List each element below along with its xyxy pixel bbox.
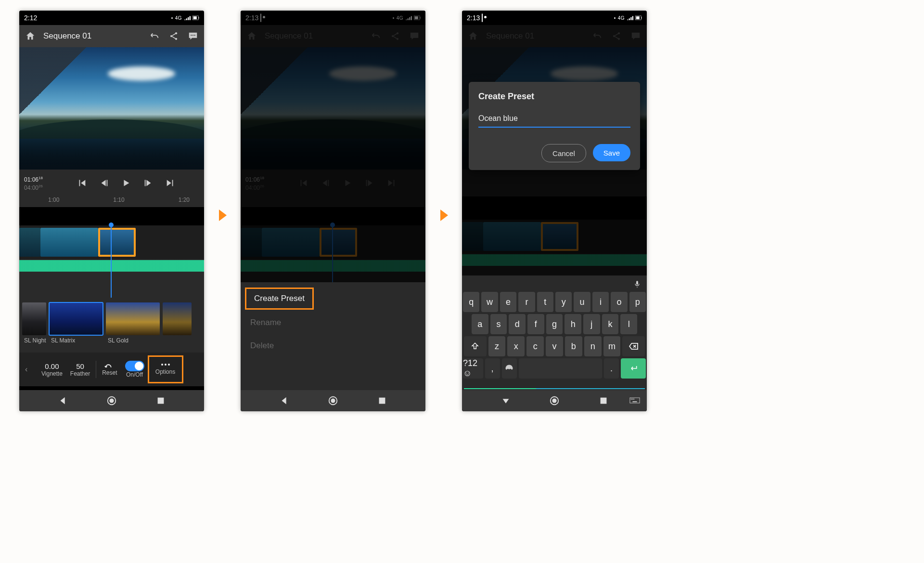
timeline-clip-selected[interactable] xyxy=(98,228,136,257)
audio-track[interactable] xyxy=(19,260,204,272)
key-a[interactable]: a xyxy=(472,314,488,334)
onoff-toggle[interactable]: On/Off xyxy=(121,361,148,378)
reset-button[interactable]: Reset xyxy=(98,363,121,376)
svg-rect-1 xyxy=(193,16,197,19)
backspace-key[interactable] xyxy=(622,336,645,356)
preset-label: SL Gold xyxy=(106,337,160,344)
timeline-clip[interactable] xyxy=(40,228,98,257)
status-network: 4G xyxy=(618,15,625,21)
toggle-switch-icon[interactable] xyxy=(125,361,144,371)
period-key[interactable]: . xyxy=(604,358,619,379)
timeline-ruler[interactable]: 1:00 1:10 1:20 xyxy=(19,196,204,207)
preset-item[interactable]: SL Night xyxy=(22,302,46,353)
emoji-key[interactable] xyxy=(502,358,517,379)
ruler-tick: 1:10 xyxy=(113,196,124,207)
preset-name-input[interactable]: Ocean blue xyxy=(478,112,630,128)
key-u[interactable]: u xyxy=(574,292,590,312)
key-y[interactable]: y xyxy=(555,292,572,312)
comma-key[interactable]: , xyxy=(485,358,500,379)
android-nav-bar xyxy=(241,390,425,411)
nav-home-icon[interactable] xyxy=(328,395,338,406)
key-f[interactable]: f xyxy=(527,314,544,334)
frame-fwd-icon[interactable] xyxy=(143,178,154,188)
preset-label: SL Matrix xyxy=(49,337,103,344)
controls-bar: ‹ 0.00 Vignette 50 Feather Reset On/Off … xyxy=(19,353,204,386)
android-nav-bar xyxy=(19,390,204,411)
share-icon[interactable] xyxy=(167,30,180,42)
key-m[interactable]: m xyxy=(603,336,621,356)
key-d[interactable]: d xyxy=(509,314,526,334)
key-o[interactable]: o xyxy=(611,292,627,312)
preset-item[interactable] xyxy=(163,302,192,353)
flow-arrow-1 xyxy=(219,209,227,221)
symbols-key[interactable]: ?12☺ xyxy=(463,358,483,379)
key-b[interactable]: b xyxy=(565,336,582,356)
feather-control[interactable]: 50 Feather xyxy=(66,362,94,377)
sequence-title: Sequence 01 xyxy=(43,31,141,41)
space-key[interactable] xyxy=(519,358,602,379)
frame-back-icon[interactable] xyxy=(99,178,109,188)
key-v[interactable]: v xyxy=(546,336,563,356)
nav-back-icon[interactable] xyxy=(500,395,511,406)
shift-key[interactable] xyxy=(464,336,487,356)
nav-recent-icon[interactable] xyxy=(598,395,609,406)
screen-1: 2:12 • 4G Sequence 01 xyxy=(19,11,204,411)
chevron-left-icon[interactable]: ‹ xyxy=(22,365,38,374)
screenshot-indicator-icon xyxy=(482,13,483,22)
key-z[interactable]: z xyxy=(488,336,506,356)
key-p[interactable]: p xyxy=(629,292,646,312)
key-g[interactable]: g xyxy=(546,314,563,334)
keyboard-switch-icon[interactable] xyxy=(629,397,640,404)
nav-back-icon[interactable] xyxy=(58,395,68,406)
key-n[interactable]: n xyxy=(584,336,602,356)
create-preset-dialog: Create Preset Ocean blue Cancel Save xyxy=(469,82,640,170)
nav-recent-icon[interactable] xyxy=(155,395,166,406)
key-x[interactable]: x xyxy=(507,336,525,356)
preset-item-selected[interactable]: SL Matrix xyxy=(49,302,103,353)
options-button[interactable]: Options xyxy=(148,356,183,383)
nav-home-icon[interactable] xyxy=(106,395,117,406)
comment-icon[interactable] xyxy=(187,30,199,42)
svg-rect-22 xyxy=(636,16,640,19)
rename-item[interactable]: Rename xyxy=(241,311,425,334)
more-icon xyxy=(161,364,170,366)
modal-scrim[interactable] xyxy=(241,11,425,296)
key-i[interactable]: i xyxy=(592,292,609,312)
timeline-clip[interactable] xyxy=(19,228,40,257)
enter-key[interactable] xyxy=(621,358,646,379)
skip-end-icon[interactable] xyxy=(165,178,176,188)
cancel-button[interactable]: Cancel xyxy=(541,144,586,162)
svg-point-6 xyxy=(191,35,192,36)
play-icon[interactable] xyxy=(121,178,131,188)
key-w[interactable]: w xyxy=(481,292,498,312)
soft-keyboard[interactable]: qwertyuiop asdfghjkl zxcvbnm ?12☺ , . xyxy=(462,275,647,390)
delete-item[interactable]: Delete xyxy=(241,334,425,357)
options-menu: Create Preset Rename Delete xyxy=(241,282,425,390)
key-s[interactable]: s xyxy=(490,314,507,334)
key-h[interactable]: h xyxy=(565,314,581,334)
key-c[interactable]: c xyxy=(526,336,544,356)
undo-icon[interactable] xyxy=(148,30,161,42)
skip-start-icon[interactable] xyxy=(77,178,87,188)
key-l[interactable]: l xyxy=(620,314,637,334)
timecode-current: 01:06 xyxy=(24,176,38,183)
playhead[interactable] xyxy=(111,225,112,298)
vignette-control[interactable]: 0.00 Vignette xyxy=(38,362,66,377)
key-e[interactable]: e xyxy=(500,292,516,312)
nav-recent-icon[interactable] xyxy=(377,395,387,406)
mic-icon[interactable] xyxy=(633,280,641,288)
home-icon[interactable] xyxy=(24,30,37,42)
key-j[interactable]: j xyxy=(583,314,600,334)
key-r[interactable]: r xyxy=(518,292,535,312)
preset-strip[interactable]: SL Night SL Matrix SL Gold xyxy=(19,298,204,353)
video-preview[interactable] xyxy=(19,47,204,170)
key-q[interactable]: q xyxy=(463,292,479,312)
nav-back-icon[interactable] xyxy=(279,395,290,406)
nav-home-icon[interactable] xyxy=(549,395,560,406)
preset-item[interactable]: SL Gold xyxy=(106,302,160,353)
key-k[interactable]: k xyxy=(602,314,619,334)
key-t[interactable]: t xyxy=(537,292,553,312)
timeline[interactable] xyxy=(19,225,204,298)
create-preset-item[interactable]: Create Preset xyxy=(246,289,312,308)
save-button[interactable]: Save xyxy=(593,144,630,161)
